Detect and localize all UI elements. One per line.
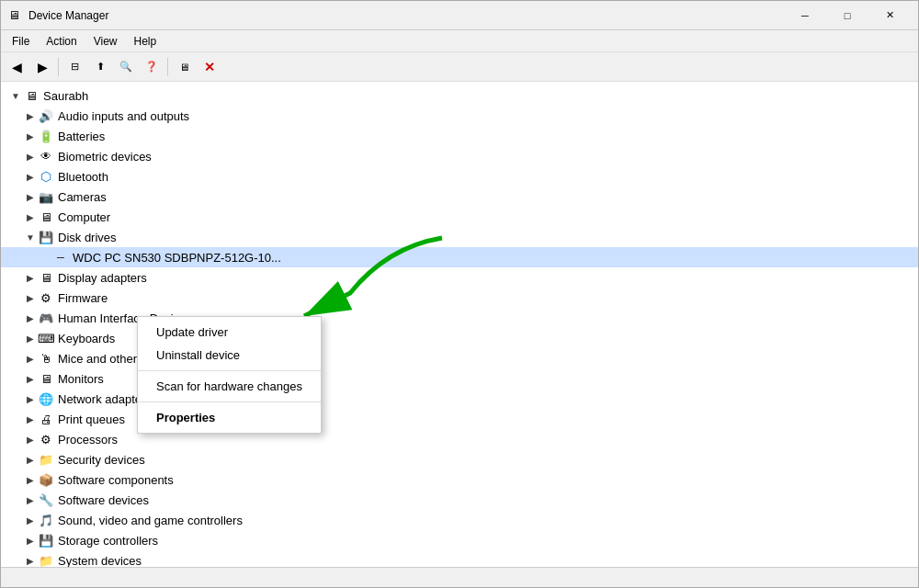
sound-label: Sound, video and game controllers — [58, 514, 243, 527]
swdevices-expander: ▶ — [23, 492, 38, 507]
batteries-label: Batteries — [58, 130, 105, 143]
tree-item-computer[interactable]: ▶ 🖥 Computer — [1, 207, 918, 227]
context-menu: Update driver Uninstall device Scan for … — [137, 316, 322, 434]
minimize-button[interactable]: ─ — [784, 1, 826, 30]
tree-item-swdevices[interactable]: ▶ 🔧 Software devices — [1, 490, 918, 510]
tree-item-firmware[interactable]: ▶ ⚙ Firmware — [1, 288, 918, 308]
tree-item-sysdevices[interactable]: ▶ 📁 System devices — [1, 550, 918, 567]
menu-help[interactable]: Help — [127, 33, 165, 50]
ctx-uninstall-device[interactable]: Uninstall device — [138, 344, 321, 367]
sysdevices-icon: 📁 — [38, 552, 54, 567]
window-title: Device Manager — [28, 9, 108, 22]
tree-item-cameras[interactable]: ▶ 📷 Cameras — [1, 187, 918, 207]
cameras-expander: ▶ — [23, 189, 38, 204]
tree-item-storage[interactable]: ▶ 💾 Storage controllers — [1, 530, 918, 550]
maximize-button[interactable]: □ — [826, 1, 868, 30]
cameras-label: Cameras — [58, 190, 107, 204]
properties-button[interactable]: ⊟ — [62, 56, 86, 78]
tree-item-display[interactable]: ▶ 🖥 Display adapters — [1, 267, 918, 288]
mice-icon: 🖱 — [38, 350, 54, 367]
menu-file[interactable]: File — [5, 33, 37, 50]
print-icon: 🖨 — [38, 411, 54, 427]
diskdrives-expander: ▼ — [23, 230, 38, 244]
storage-label: Storage controllers — [58, 534, 158, 548]
sound-icon: 🎵 — [38, 512, 54, 528]
tree-item-bluetooth[interactable]: ▶ ⬡ Bluetooth — [1, 166, 918, 187]
ctx-scan-hardware[interactable]: Scan for hardware changes — [138, 375, 321, 398]
ctx-properties[interactable]: Properties — [138, 406, 321, 429]
processors-icon: ⚙ — [38, 431, 54, 447]
tree-root[interactable]: ▼ 🖥 Saurabh — [1, 85, 918, 106]
security-icon: 📁 — [38, 451, 54, 468]
tree-item-diskdrives[interactable]: ▼ 💾 Disk drives — [1, 227, 918, 247]
audio-icon: 🔊 — [38, 107, 54, 124]
ctx-separator-1 — [138, 370, 321, 371]
firmware-expander: ▶ — [23, 290, 38, 305]
audio-label: Audio inputs and outputs — [58, 109, 189, 123]
biometric-icon: 👁 — [38, 148, 54, 164]
bluetooth-label: Bluetooth — [58, 170, 108, 184]
storage-expander: ▶ — [23, 533, 38, 548]
menu-view[interactable]: View — [86, 33, 125, 50]
security-expander: ▶ — [23, 452, 38, 467]
swcomponents-label: Software components — [58, 473, 174, 487]
content-area: ▼ 🖥 Saurabh ▶ 🔊 Audio inputs and outputs… — [1, 82, 918, 567]
tree-item-biometric[interactable]: ▶ 👁 Biometric devices — [1, 146, 918, 166]
monitors-icon: 🖥 — [38, 370, 54, 387]
scan-changes-button[interactable]: 🔍 — [114, 56, 138, 78]
sysdevices-label: System devices — [58, 554, 142, 568]
hid-icon: 🎮 — [38, 310, 54, 326]
status-bar — [1, 567, 918, 587]
biometric-expander: ▶ — [23, 149, 38, 164]
uninstall-button[interactable]: ✕ — [198, 56, 221, 78]
title-bar: 🖥 Device Manager ─ □ ✕ — [1, 1, 918, 30]
wdc-label: WDC PC SN530 SDBPNPZ-512G-10... — [73, 251, 281, 265]
swdevices-icon: 🔧 — [38, 492, 54, 508]
tree-item-security[interactable]: ▶ 📁 Security devices — [1, 449, 918, 469]
menu-action[interactable]: Action — [39, 33, 84, 50]
computer-icon: 🖥 — [38, 209, 54, 225]
firmware-label: Firmware — [58, 291, 108, 305]
keyboards-expander: ▶ — [23, 331, 38, 345]
forward-button[interactable]: ▶ — [30, 56, 54, 78]
bluetooth-expander: ▶ — [23, 169, 38, 184]
toolbar-separator-1 — [58, 58, 59, 76]
processors-label: Processors — [58, 433, 118, 447]
tree-item-audio[interactable]: ▶ 🔊 Audio inputs and outputs — [1, 106, 918, 126]
bluetooth-icon: ⬡ — [38, 168, 54, 185]
mice-expander: ▶ — [23, 351, 38, 366]
network-expander: ▶ — [23, 391, 38, 406]
wdc-expander — [38, 250, 52, 265]
print-expander: ▶ — [23, 412, 38, 426]
close-button[interactable]: ✕ — [868, 1, 911, 30]
display-expander: ▶ — [23, 270, 38, 285]
toolbar: ◀ ▶ ⊟ ⬆ 🔍 ❓ 🖥 ✕ — [1, 52, 918, 82]
swcomponents-icon: 📦 — [38, 471, 54, 488]
tree-item-wdc[interactable]: ─ WDC PC SN530 SDBPNPZ-512G-10... — [1, 247, 918, 267]
computer-expander: ▶ — [23, 209, 38, 224]
keyboards-icon: ⌨ — [38, 330, 54, 346]
root-icon: 🖥 — [23, 87, 40, 104]
swcomponents-expander: ▶ — [23, 472, 38, 487]
firmware-icon: ⚙ — [38, 289, 54, 306]
monitors-expander: ▶ — [23, 371, 38, 386]
help-button[interactable]: ❓ — [140, 56, 164, 78]
batteries-icon: 🔋 — [38, 128, 54, 144]
tree-item-swcomponents[interactable]: ▶ 📦 Software components — [1, 469, 918, 490]
audio-expander: ▶ — [23, 108, 38, 123]
ctx-separator-2 — [138, 401, 321, 402]
sysdevices-expander: ▶ — [23, 553, 38, 567]
tree-item-sound[interactable]: ▶ 🎵 Sound, video and game controllers — [1, 510, 918, 530]
window-controls: ─ □ ✕ — [784, 1, 911, 30]
back-button[interactable]: ◀ — [5, 56, 28, 78]
display-icon: 🖥 — [38, 269, 54, 286]
security-label: Security devices — [58, 453, 145, 467]
app-icon: 🖥 — [8, 8, 23, 23]
tree-item-batteries[interactable]: ▶ 🔋 Batteries — [1, 126, 918, 146]
keyboards-label: Keyboards — [58, 332, 115, 345]
update-driver-button[interactable]: ⬆ — [88, 56, 112, 78]
display-button[interactable]: 🖥 — [172, 56, 196, 78]
cameras-icon: 📷 — [38, 188, 54, 205]
ctx-update-driver[interactable]: Update driver — [138, 321, 321, 344]
wdc-icon: ─ — [52, 249, 69, 266]
